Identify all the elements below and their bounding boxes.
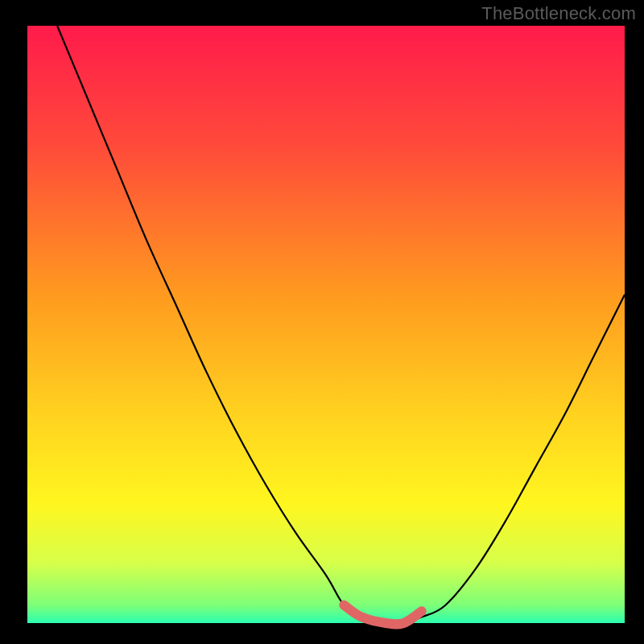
chart-frame: TheBottleneck.com	[0, 0, 644, 644]
bottleneck-chart	[0, 0, 644, 644]
plot-background	[27, 26, 625, 623]
